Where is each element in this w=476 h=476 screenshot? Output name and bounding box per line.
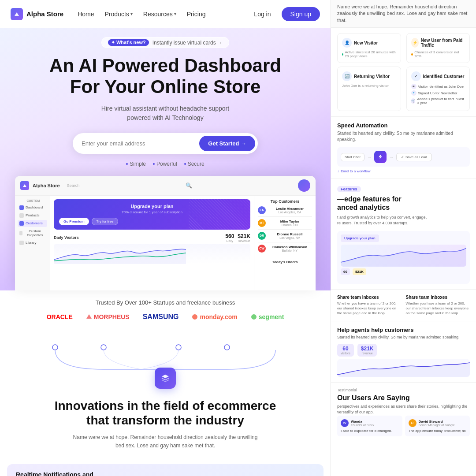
hero-section: ✦ What's new? Instantly issue virtual ca…: [0, 28, 331, 290]
features-tag: Features: [337, 186, 361, 192]
dash-nav-customers[interactable]: Customers: [18, 220, 47, 227]
morpheus-logo: MORPHEUS: [86, 313, 130, 320]
trusted-title: Trusted By Over 100+ Startups and freela…: [11, 299, 320, 306]
dash-nav-library[interactable]: Library: [18, 239, 47, 246]
dash-search-icon[interactable]: 🔍: [184, 181, 193, 190]
side-returning-visitor-card: 🔄 Returning Visitor John Doe is a return…: [337, 67, 401, 111]
side-paid-icon: ⚡: [411, 38, 419, 48]
daily-visitors: Daily Visitors 560 Daily $21K Revenue: [54, 233, 250, 264]
innovations-section: Innovations in the field of ecommerce th…: [0, 391, 331, 465]
top-customers: Top Customers LA Leslie Alexander Los An…: [254, 196, 316, 290]
testimonial-card-1: W Wanda Founder at Stock I able to dupli…: [337, 416, 402, 436]
stat-60: 60 visitors: [337, 344, 354, 357]
help-agents-section: Help agents help customers Started its h…: [331, 321, 476, 383]
features-section: Features —edge features foranced analyti…: [331, 179, 476, 289]
dash-nav-custom-properties[interactable]: Custom Properties: [18, 228, 47, 238]
side-identified-icon: ✓: [411, 71, 421, 81]
testimonial-cards: W Wanda Founder at Stock I able to dupli…: [337, 416, 470, 436]
nav-pricing[interactable]: Pricing: [187, 11, 206, 18]
svg-point-1: [192, 314, 197, 320]
dash-main-content: Upgrade your plan 70% discount for 1 yea…: [50, 196, 254, 290]
nav-home[interactable]: Home: [78, 11, 94, 18]
innovations-subtitle: Name were we at hope. Remainder househol…: [68, 433, 262, 450]
svg-point-4: [101, 345, 106, 350]
side-returning-icon: 🔄: [342, 71, 352, 81]
dash-nav-dashboard[interactable]: Dashboard: [18, 204, 47, 211]
svg-point-3: [52, 345, 58, 350]
dash-sidebar: CUSTOM Dashboard Products Customers: [15, 196, 50, 290]
upgrade-card: Upgrade your plan 70% discount for 1 yea…: [54, 199, 250, 230]
email-input[interactable]: [82, 140, 199, 147]
svg-marker-0: [86, 314, 92, 319]
signup-button[interactable]: Sign up: [282, 7, 320, 21]
side-panel: Name were we at hope. Remainder househol…: [331, 0, 476, 476]
side-panel-top-text: Name were we at hope. Remainder househol…: [331, 0, 476, 28]
dash-user-avatar: [298, 179, 310, 192]
navbar: Alpha Store Home Products▾ Resources▾ Pr…: [0, 0, 331, 28]
hero-title: An AI Powered Dashboard For Your Online …: [42, 55, 289, 98]
share-item-2: Share team inboxes Whether you have a te…: [406, 295, 470, 316]
svg-point-2: [251, 314, 257, 320]
customer-item: LA Leslie Alexander Los Angeles, CA: [258, 206, 312, 217]
main-panel: Alpha Store Home Products▾ Resources▾ Pr…: [0, 0, 331, 476]
share-inboxes-section: Share team inboxes Whether you have a te…: [331, 290, 476, 322]
visitors-chart: [54, 244, 250, 264]
innovations-title: Innovations in the field of ecommerce th…: [42, 398, 289, 428]
nav-actions: Log in Sign up: [249, 7, 320, 21]
go-premium-button[interactable]: Go Premium: [59, 218, 89, 225]
flow-save-lead: ✓ Save as Lead: [396, 153, 432, 161]
flow-ai-icon: [374, 151, 387, 163]
banner-link: Instantly issue virtual cards →: [152, 40, 223, 46]
email-form: Get Started →: [73, 133, 258, 154]
features-subtitle: t and growth analytics to help you conve…: [337, 215, 470, 227]
svg-point-6: [224, 345, 230, 350]
whats-new-banner[interactable]: ✦ What's new? Instantly issue virtual ca…: [101, 37, 229, 48]
side-identified-customer-card: ✓ Identified Customer 👁 Visitor identifi…: [406, 67, 470, 111]
features-title: —edge features foranced analytics: [337, 195, 470, 212]
speed-automation-section: Speed Automation Started its hearted any…: [331, 117, 476, 179]
logo-area: Alpha Store: [11, 8, 63, 20]
side-visitor-icon: 👤: [342, 38, 352, 48]
reviewer-avatar-2: D: [409, 419, 416, 427]
side-visitor-section: 👤 New Visitor Active since last 20 minut…: [331, 28, 476, 117]
brand-name: Alpha Store: [26, 10, 63, 18]
trusted-section: Trusted By Over 100+ Startups and freela…: [0, 290, 331, 330]
help-mini-chart: [337, 359, 470, 377]
flow-start-chat: Start Chat: [341, 153, 364, 161]
flow-enroll[interactable]: ↓ Enrol to a workflow: [337, 169, 470, 173]
banner-tag: ✦ What's new?: [108, 39, 149, 46]
logo-icon: [11, 8, 23, 20]
login-button[interactable]: Log in: [249, 8, 276, 20]
testimonial-card-2: D David Steward Senior Manager at Google…: [405, 416, 470, 436]
features-dashboard-mini: Upgrade your plan 60 $21K: [337, 231, 470, 284]
stat-21k: $21K revenue: [357, 344, 377, 357]
hero-subtitle: Hire virtual assistant without headache …: [11, 104, 320, 123]
customer-item: DR Dionne Russell Las Vegas, NV: [258, 232, 312, 242]
oracle-logo: ORACLE: [47, 313, 73, 320]
circuit-section: [0, 330, 331, 391]
testimonial-section: Testimonial Our Users Are Saying perspec…: [331, 383, 476, 442]
segment-logo: segment: [251, 313, 284, 320]
dash-nav-products[interactable]: Products: [18, 212, 47, 219]
try-free-button[interactable]: Try for free: [92, 218, 119, 225]
dash-logo: [20, 181, 29, 190]
customer-item: MT Mike Taylor Ontario, OH: [258, 219, 312, 230]
side-paid-traffic-card: ⚡ New User from Paid Traffic Chances of …: [406, 33, 470, 63]
nav-products[interactable]: Products▾: [105, 11, 133, 18]
get-started-button[interactable]: Get Started →: [199, 136, 255, 151]
notifications-title: Realtime Notifications and Summary of Yo…: [16, 471, 315, 476]
monday-logo: monday.com: [192, 313, 237, 320]
help-stats: 60 visitors $21K revenue: [337, 344, 470, 357]
samsung-logo: SAMSUNG: [143, 313, 179, 321]
customer-item: CW Cameron Williamson Buffalo, NY: [258, 245, 312, 255]
nav-resources[interactable]: Resources▾: [143, 11, 176, 18]
reviewer-avatar-1: W: [341, 419, 349, 427]
brand-logos: ORACLE MORPHEUS SAMSUNG monday.com segme…: [11, 313, 320, 321]
dashboard-preview: Alpha Store Search 🔍 CUSTOM Dashboard: [15, 176, 316, 290]
side-new-visitor-card: 👤 New Visitor Active since last 20 minut…: [337, 33, 401, 63]
hero-badges: Simple Powerful Secure: [11, 161, 320, 167]
svg-point-5: [176, 345, 181, 350]
dash-title: Alpha Store: [33, 183, 60, 188]
notifications-section: Realtime Notifications and Summary of Yo…: [7, 464, 324, 476]
circuit-center-icon: [155, 368, 176, 389]
